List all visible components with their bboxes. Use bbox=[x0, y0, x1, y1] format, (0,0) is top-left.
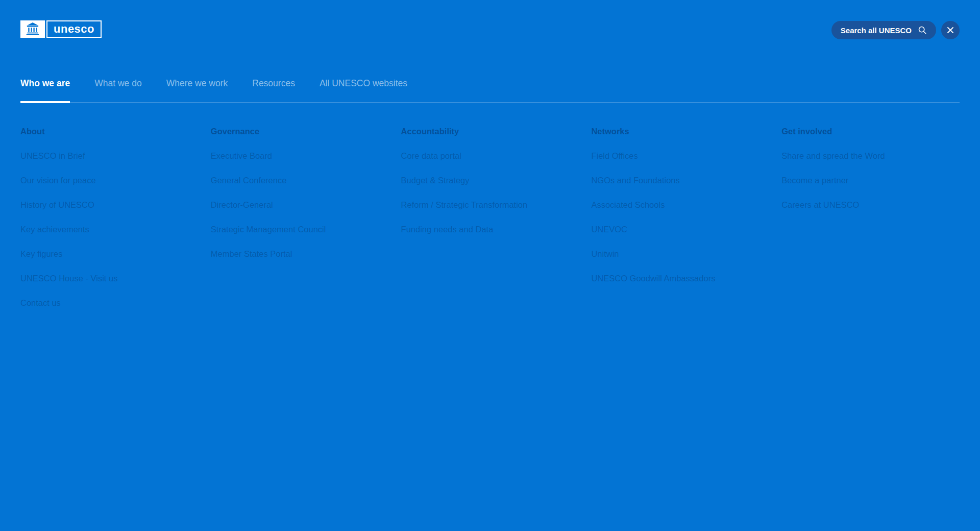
unesco-temple-icon bbox=[20, 20, 45, 38]
menu-link[interactable]: Contact us bbox=[20, 298, 199, 308]
menu-link[interactable]: NGOs and Foundations bbox=[591, 175, 769, 185]
menu-link[interactable]: Strategic Management Council bbox=[211, 224, 389, 234]
menu-column-get-involved: Get involved Share and spread the Word B… bbox=[781, 126, 960, 322]
menu-link[interactable]: Reform / Strategic Transformation bbox=[401, 200, 579, 210]
tab-who-we-are[interactable]: Who we are bbox=[20, 78, 70, 102]
menu-link[interactable]: Unitwin bbox=[591, 249, 769, 259]
search-button-label: Search all UNESCO bbox=[841, 26, 912, 35]
menu-column-title[interactable]: Networks bbox=[591, 126, 769, 136]
menu-link[interactable]: Director-General bbox=[211, 200, 389, 210]
main-nav-tabs: Who we are What we do Where we work Reso… bbox=[20, 78, 960, 103]
menu-link[interactable]: Budget & Strategy bbox=[401, 175, 579, 185]
who-we-are-menu-panel: About UNESCO in Brief Our vision for pea… bbox=[20, 103, 960, 322]
unesco-logo[interactable]: unesco bbox=[20, 20, 102, 38]
menu-column-accountability: Accountability Core data portal Budget &… bbox=[401, 126, 579, 322]
tab-what-we-do[interactable]: What we do bbox=[94, 78, 141, 102]
menu-link[interactable]: Careers at UNESCO bbox=[781, 200, 960, 210]
menu-link[interactable]: UNEVOC bbox=[591, 224, 769, 234]
header: unesco Search all UNESCO bbox=[20, 20, 960, 40]
mega-menu-overlay: unesco Search all UNESCO bbox=[0, 0, 980, 531]
menu-link[interactable]: Core data portal bbox=[401, 151, 579, 161]
close-icon bbox=[946, 26, 954, 34]
tab-where-we-work[interactable]: Where we work bbox=[166, 78, 228, 102]
menu-column-networks: Networks Field Offices NGOs and Foundati… bbox=[591, 126, 769, 322]
menu-link[interactable]: Our vision for peace bbox=[20, 175, 199, 185]
menu-link[interactable]: Associated Schools bbox=[591, 200, 769, 210]
menu-link[interactable]: UNESCO in Brief bbox=[20, 151, 199, 161]
menu-column-governance: Governance Executive Board General Confe… bbox=[211, 126, 389, 322]
menu-link[interactable]: Funding needs and Data bbox=[401, 224, 579, 234]
menu-link[interactable]: Become a partner bbox=[781, 175, 960, 185]
search-all-unesco-button[interactable]: Search all UNESCO bbox=[831, 21, 936, 39]
tab-all-unesco-websites[interactable]: All UNESCO websites bbox=[320, 78, 407, 102]
menu-link[interactable]: Field Offices bbox=[591, 151, 769, 161]
menu-link[interactable]: Key figures bbox=[20, 249, 199, 259]
menu-column-title[interactable]: Governance bbox=[211, 126, 389, 136]
unesco-logo-wordmark: unesco bbox=[46, 20, 102, 38]
header-controls: Search all UNESCO bbox=[831, 21, 960, 39]
menu-link[interactable]: Key achievements bbox=[20, 224, 199, 234]
menu-column-title[interactable]: Get involved bbox=[781, 126, 960, 136]
menu-link[interactable]: Executive Board bbox=[211, 151, 389, 161]
menu-link[interactable]: Member States Portal bbox=[211, 249, 389, 259]
menu-column-title[interactable]: Accountability bbox=[401, 126, 579, 136]
menu-column-about: About UNESCO in Brief Our vision for pea… bbox=[20, 126, 199, 322]
menu-link[interactable]: UNESCO House - Visit us bbox=[20, 273, 199, 283]
menu-link[interactable]: UNESCO Goodwill Ambassadors bbox=[591, 273, 769, 283]
search-icon bbox=[918, 26, 927, 35]
menu-link[interactable]: History of UNESCO bbox=[20, 200, 199, 210]
menu-link[interactable]: Share and spread the Word bbox=[781, 151, 960, 161]
menu-link[interactable]: General Conference bbox=[211, 175, 389, 185]
menu-column-title[interactable]: About bbox=[20, 126, 199, 136]
close-menu-button[interactable] bbox=[941, 21, 960, 39]
tab-resources[interactable]: Resources bbox=[252, 78, 295, 102]
